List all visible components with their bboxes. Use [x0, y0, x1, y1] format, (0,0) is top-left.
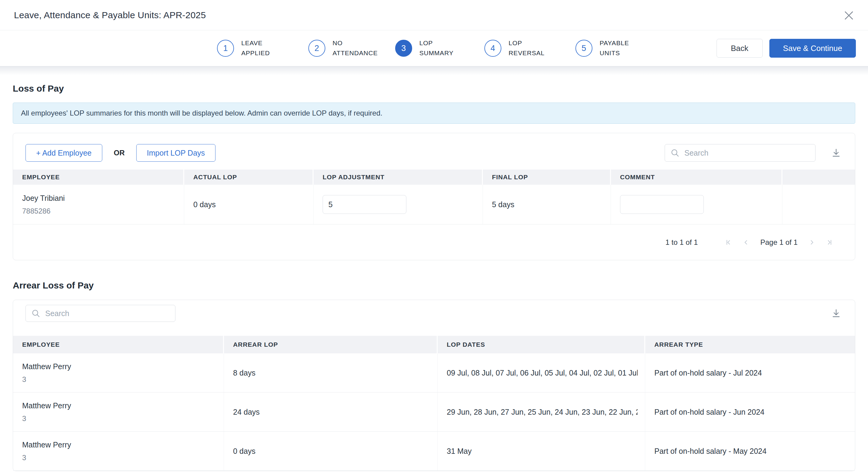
arrear-type-cell: Part of on-hold salary - May 2024 — [645, 432, 855, 470]
col-employee: EMPLOYEE — [13, 169, 184, 185]
lop-export-button[interactable] — [830, 146, 843, 160]
lop-section-heading: Loss of Pay — [13, 84, 855, 94]
step-no-attendance[interactable]: 2 NO ATTENDANCE — [308, 38, 379, 58]
blank-cell — [782, 185, 855, 224]
lop-dates-value: 31 May — [447, 447, 638, 455]
stepper: 1 LEAVE APPLIED 2 NO ATTENDANCE 3 LOP SU… — [217, 30, 651, 66]
save-continue-button[interactable]: Save & Continue — [769, 39, 856, 58]
actual-lop-cell: 0 days — [184, 185, 313, 224]
col-lop-adjustment: LOP ADJUSTMENT — [313, 169, 483, 185]
lop-dates-value: 29 Jun, 28 Jun, 27 Jun, 25 Jun, 24 Jun, … — [447, 408, 638, 416]
arrear-type-cell: Part of on-hold salary - Jul 2024 — [645, 353, 855, 392]
table-row: Joey Tribiani 7885286 0 days 5 days — [13, 185, 855, 224]
chevron-left-icon — [742, 239, 750, 246]
col-final-lop: FINAL LOP — [483, 169, 611, 185]
col-blank — [782, 169, 855, 185]
employee-id: 3 — [22, 414, 216, 423]
col-actual-lop: ACTUAL LOP — [184, 169, 313, 185]
employee-cell: Matthew Perry 3 — [13, 353, 224, 392]
lop-summary-card: + Add Employee OR Import LOP Days EMPLOY… — [13, 133, 855, 260]
employee-cell: Joey Tribiani 7885286 — [13, 185, 184, 224]
close-icon — [843, 10, 855, 21]
table-row: Matthew Perry 3 8 days 09 Jul, 08 Jul, 0… — [13, 353, 855, 392]
step-3-label: LOP SUMMARY — [420, 38, 469, 58]
arrear-lop-card: EMPLOYEE ARREAR LOP LOP DATES ARREAR TYP… — [13, 300, 855, 471]
back-button[interactable]: Back — [717, 39, 763, 58]
step-payable-units[interactable]: 5 PAYABLE UNITS — [576, 38, 651, 58]
header-shadow — [0, 66, 868, 75]
lop-dates-value: 09 Jul, 08 Jul, 07 Jul, 06 Jul, 05 Jul, … — [447, 369, 638, 377]
arrear-toolbar — [13, 300, 855, 336]
arrear-type-value: Part of on-hold salary - Jul 2024 — [654, 369, 848, 377]
arrear-export-button[interactable] — [830, 307, 843, 320]
arrear-section-heading: Arrear Loss of Pay — [13, 280, 855, 291]
employee-name: Matthew Perry — [22, 362, 216, 371]
arrear-search-input[interactable] — [45, 309, 169, 318]
last-page-icon — [826, 239, 833, 246]
step-1-label: LEAVE APPLIED — [241, 38, 292, 58]
employee-name: Matthew Perry — [22, 401, 216, 410]
close-button[interactable] — [843, 10, 855, 21]
next-page-button[interactable] — [808, 239, 815, 246]
first-page-button[interactable] — [725, 239, 732, 246]
employee-cell: Matthew Perry 3 — [13, 392, 224, 431]
prev-page-button[interactable] — [742, 239, 750, 246]
comment-input[interactable] — [620, 195, 704, 214]
search-icon — [31, 309, 40, 318]
wizard-stepbar: 1 LEAVE APPLIED 2 NO ATTENDANCE 3 LOP SU… — [0, 30, 868, 66]
lop-info-banner: All employees' LOP summaries for this mo… — [13, 102, 855, 124]
arrear-type-value: Part of on-hold salary - May 2024 — [654, 447, 848, 455]
arrear-lop-value: 8 days — [233, 369, 430, 377]
arrear-lop-value: 24 days — [233, 408, 430, 416]
step-lop-summary[interactable]: 3 LOP SUMMARY — [395, 38, 469, 58]
step-1-circle: 1 — [217, 40, 234, 57]
employee-id: 3 — [22, 375, 216, 384]
lop-table-header: EMPLOYEE ACTUAL LOP LOP ADJUSTMENT FINAL… — [13, 169, 855, 185]
col-comment: COMMENT — [611, 169, 782, 185]
search-icon — [671, 148, 680, 157]
or-label: OR — [114, 149, 125, 157]
actual-lop-value: 0 days — [193, 200, 306, 209]
employee-cell: Matthew Perry 3 — [13, 432, 224, 470]
lop-dates-cell: 29 Jun, 28 Jun, 27 Jun, 25 Jun, 24 Jun, … — [438, 392, 645, 431]
step-leave-applied[interactable]: 1 LEAVE APPLIED — [217, 38, 292, 58]
add-employee-button[interactable]: + Add Employee — [26, 144, 102, 162]
employee-id: 7885286 — [22, 207, 177, 215]
final-lop-value: 5 days — [492, 200, 603, 209]
col-arrear-type: ARREAR TYPE — [645, 336, 855, 353]
pagination-range: 1 to 1 of 1 — [665, 238, 698, 247]
step-lop-reversal[interactable]: 4 LOP REVERSAL — [485, 38, 560, 58]
lop-adjustment-input[interactable] — [322, 195, 406, 214]
download-icon — [831, 148, 842, 158]
lop-search-input[interactable] — [684, 149, 810, 157]
lop-toolbar: + Add Employee OR Import LOP Days — [13, 133, 855, 169]
step-4-circle: 4 — [485, 40, 501, 57]
table-row: Matthew Perry 3 24 days 29 Jun, 28 Jun, … — [13, 392, 855, 432]
pagination-page-label: Page 1 of 1 — [760, 238, 798, 247]
step-5-circle: 5 — [576, 40, 592, 57]
employee-name: Matthew Perry — [22, 440, 216, 449]
main-content: Loss of Pay All employees' LOP summaries… — [0, 84, 868, 471]
step-3-circle: 3 — [395, 40, 412, 57]
step-2-label: NO ATTENDANCE — [333, 38, 379, 58]
lop-adjustment-cell — [313, 185, 483, 224]
col-lop-dates: LOP DATES — [438, 336, 645, 353]
first-page-icon — [725, 239, 732, 246]
final-lop-cell: 5 days — [483, 185, 611, 224]
col-employee: EMPLOYEE — [13, 336, 224, 353]
step-2-circle: 2 — [308, 40, 326, 57]
lop-dates-cell: 31 May — [438, 432, 645, 470]
arrear-type-cell: Part of on-hold salary - Jun 2024 — [645, 392, 855, 431]
last-page-button[interactable] — [826, 239, 833, 246]
page-title: Leave, Attendance & Payable Units: APR-2… — [14, 10, 206, 20]
lop-search-box — [665, 144, 815, 162]
arrear-lop-cell: 0 days — [224, 432, 438, 470]
arrear-lop-cell: 24 days — [224, 392, 438, 431]
col-arrear-lop: ARREAR LOP — [224, 336, 438, 353]
chevron-right-icon — [808, 239, 815, 246]
comment-cell — [611, 185, 782, 224]
pagination-bar: 1 to 1 of 1 Page 1 of 1 — [13, 224, 855, 260]
stepbar-actions: Back Save & Continue — [717, 30, 856, 66]
dialog-titlebar: Leave, Attendance & Payable Units: APR-2… — [0, 0, 868, 30]
import-lop-days-button[interactable]: Import LOP Days — [136, 144, 215, 162]
